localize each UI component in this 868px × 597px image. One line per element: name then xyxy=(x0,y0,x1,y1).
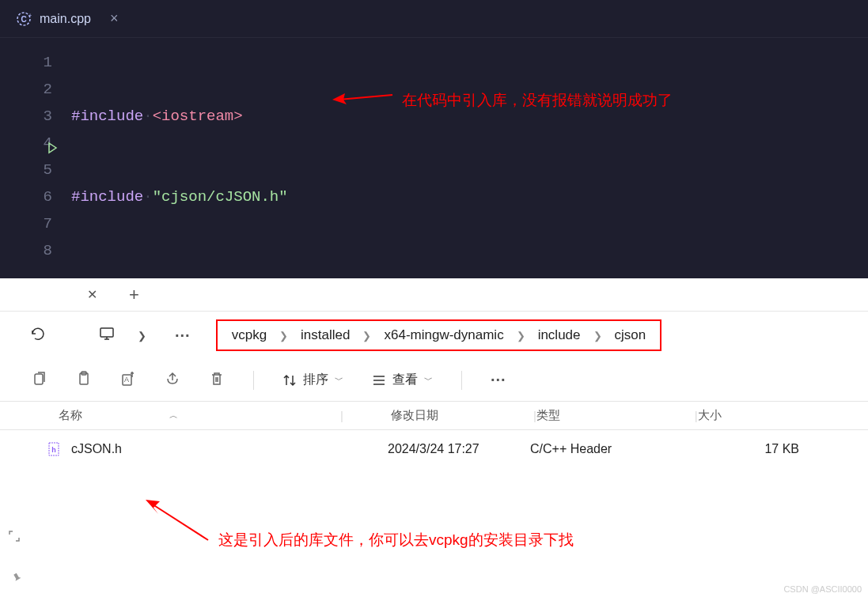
column-headers: 名称︿ | 修改日期 | 类型 | 大小 xyxy=(0,402,868,430)
divider xyxy=(253,371,254,390)
tab-filename: main.cpp xyxy=(40,12,91,26)
chevron-down-icon: ﹀ xyxy=(335,374,343,386)
annotation-text: 在代码中引入库，没有报错就说明成功了 xyxy=(402,90,673,111)
more-icon[interactable]: ··· xyxy=(175,327,191,345)
line-number: 1 xyxy=(0,49,52,76)
file-name: cJSON.h xyxy=(71,442,122,456)
rename-icon[interactable]: A xyxy=(120,371,136,390)
annotation-arrow-icon xyxy=(331,85,394,112)
line-number: 6 xyxy=(0,183,52,210)
sort-label: 排序 xyxy=(303,372,328,388)
svg-rect-4 xyxy=(35,374,43,384)
breadcrumb-item[interactable]: cjson xyxy=(615,327,646,343)
share-icon[interactable] xyxy=(165,371,180,390)
file-tab[interactable]: C+ main.cpp × xyxy=(11,10,123,27)
sort-button[interactable]: 排序 ﹀ xyxy=(282,372,343,388)
refresh-icon[interactable] xyxy=(30,326,46,345)
view-button[interactable]: 查看 ﹀ xyxy=(372,372,433,388)
file-name-cell: h cJSON.h xyxy=(0,442,340,456)
file-date: 2024/3/24 17:27 xyxy=(340,442,530,456)
divider xyxy=(461,371,462,390)
add-tab-icon[interactable]: + xyxy=(129,285,139,305)
chevron-right-icon[interactable]: ❯ xyxy=(138,330,146,342)
code-line: #include·"cjson/cJSON.h" xyxy=(71,183,868,210)
breadcrumb-item[interactable]: installed xyxy=(301,327,350,343)
tab-close-icon[interactable]: × xyxy=(110,10,119,27)
annotation-arrow-icon xyxy=(141,497,212,547)
svg-text:h: h xyxy=(51,446,56,454)
code-editor: C+ main.cpp × 1 2 3 4 5 6 7 8 #include·<… xyxy=(0,0,868,278)
more-icon[interactable]: ··· xyxy=(491,371,506,389)
file-type: C/C++ Header xyxy=(530,442,688,456)
chevron-right-icon: ❯ xyxy=(279,330,288,342)
breadcrumb-item[interactable]: x64-mingw-dynamic xyxy=(384,327,503,343)
nav-bar: ❯ ··· vcpkg ❯ installed ❯ x64-mingw-dyna… xyxy=(0,312,868,359)
line-number: 8 xyxy=(0,237,52,264)
view-label: 查看 xyxy=(392,372,418,388)
column-type[interactable]: 类型 xyxy=(536,408,695,423)
chevron-right-icon: ❯ xyxy=(517,330,525,342)
line-number: 7 xyxy=(0,210,52,237)
delete-icon[interactable] xyxy=(209,371,225,390)
watermark: CSDN @ASCII0000 xyxy=(783,584,862,594)
svg-text:A: A xyxy=(124,376,129,384)
file-size: 17 KB xyxy=(688,442,799,456)
sort-asc-icon: ︿ xyxy=(169,410,178,421)
svg-text:C: C xyxy=(21,15,26,24)
header-file-icon: h xyxy=(47,442,62,456)
annotation-text: 这是引入后的库文件，你可以去vcpkg的安装目录下找 xyxy=(218,530,574,550)
breadcrumb-item[interactable]: include xyxy=(538,327,581,343)
chevron-down-icon: ﹀ xyxy=(424,374,433,386)
explorer-tab-bar: ✕ + xyxy=(0,278,868,312)
svg-rect-3 xyxy=(100,328,113,337)
expand-icon[interactable] xyxy=(8,530,21,546)
cpp-file-icon: C+ xyxy=(16,11,32,27)
chevron-right-icon: ❯ xyxy=(593,330,602,342)
breadcrumb: vcpkg ❯ installed ❯ x64-mingw-dynamic ❯ … xyxy=(216,319,662,351)
file-row[interactable]: h cJSON.h 2024/3/24 17:27 C/C++ Header 1… xyxy=(0,430,868,468)
line-number: 4 xyxy=(0,130,52,157)
close-icon[interactable]: ✕ xyxy=(87,287,97,302)
editor-tab-bar: C+ main.cpp × xyxy=(0,0,868,38)
svg-text:+: + xyxy=(28,13,32,18)
column-name[interactable]: 名称︿ xyxy=(0,408,340,423)
column-size[interactable]: 大小 xyxy=(698,408,777,423)
column-date[interactable]: 修改日期 xyxy=(343,408,533,423)
chevron-right-icon: ❯ xyxy=(362,330,371,342)
line-number: 5 xyxy=(0,157,52,183)
file-explorer: ✕ + ❯ ··· vcpkg ❯ installed ❯ x64-mingw-… xyxy=(0,278,868,597)
explorer-toolbar: A 排序 ﹀ 查看 ﹀ ··· xyxy=(0,359,868,402)
line-number: 2 xyxy=(0,76,52,103)
line-number: 3 xyxy=(0,103,52,130)
breadcrumb-item[interactable]: vcpkg xyxy=(232,327,267,343)
pin-icon[interactable] xyxy=(11,572,24,588)
pc-icon[interactable] xyxy=(98,325,116,346)
copy-icon[interactable] xyxy=(32,371,47,390)
paste-icon[interactable] xyxy=(76,371,92,390)
